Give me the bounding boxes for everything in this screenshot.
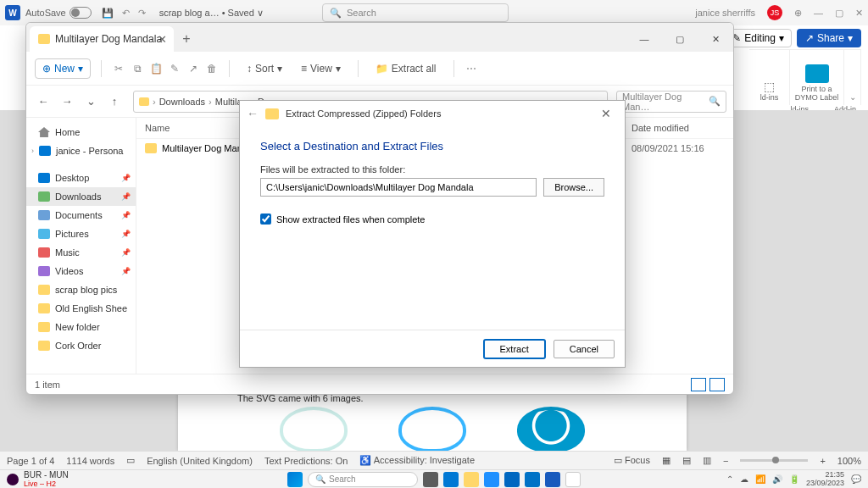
editing-button[interactable]: ✎Editing▾ xyxy=(725,29,792,47)
onedrive-icon[interactable]: ☁ xyxy=(740,474,748,484)
mandala-image-1[interactable] xyxy=(280,407,348,452)
maximize-button[interactable]: ▢ xyxy=(662,26,698,52)
new-button[interactable]: ⊕New▾ xyxy=(35,58,91,79)
document-name[interactable]: scrap blog a… • Saved ∨ xyxy=(159,8,264,19)
maximize-icon[interactable]: ▢ xyxy=(835,8,843,19)
browse-button[interactable]: Browse... xyxy=(543,178,604,197)
addin-group[interactable]: ⬚ld-ins xyxy=(749,50,790,105)
extract-button[interactable]: Extract xyxy=(484,340,545,358)
sidebar-documents[interactable]: Documents📌 xyxy=(26,206,136,225)
start-button[interactable] xyxy=(287,472,303,487)
tray-chevron-icon[interactable]: ⌃ xyxy=(726,474,733,484)
taskbar-search[interactable]: 🔍Search xyxy=(308,472,418,487)
explorer-icon[interactable] xyxy=(464,472,479,487)
chat-icon[interactable] xyxy=(443,472,459,487)
explorer-tab[interactable]: Multilayer Dog Mandala ✕ xyxy=(30,26,174,52)
view-web-icon[interactable]: ▥ xyxy=(703,455,711,466)
accessibility[interactable]: ♿ Accessibility: Investigate xyxy=(359,455,475,466)
battery-icon[interactable]: 🔋 xyxy=(789,474,799,484)
col-modified[interactable]: Date modified xyxy=(632,123,725,133)
share-button[interactable]: ↗Share▾ xyxy=(797,29,861,47)
mandala-image-3[interactable] xyxy=(517,407,585,452)
zoom-in-icon[interactable]: + xyxy=(820,456,825,466)
word-search[interactable]: 🔍 Search xyxy=(322,3,509,22)
cancel-button[interactable]: Cancel xyxy=(554,340,615,358)
save-icon[interactable]: 💾 xyxy=(102,8,114,19)
show-files-checkbox[interactable]: Show extracted files when complete xyxy=(260,214,604,225)
present-icon[interactable]: ⊕ xyxy=(794,8,802,19)
snipping-icon[interactable] xyxy=(565,472,581,487)
sidebar-folder[interactable]: Old English Shee xyxy=(26,299,136,318)
sidebar-folder[interactable]: Cork Order xyxy=(26,336,136,355)
more-icon[interactable]: ⋯ xyxy=(465,62,478,75)
breadcrumb-downloads[interactable]: Downloads xyxy=(159,97,205,107)
sidebar-music[interactable]: Music📌 xyxy=(26,243,136,262)
sidebar-downloads[interactable]: Downloads📌 xyxy=(26,187,136,206)
checkbox[interactable] xyxy=(260,214,271,225)
view-button[interactable]: ≡View▾ xyxy=(294,59,348,78)
word-icon[interactable] xyxy=(545,472,560,487)
store-icon[interactable] xyxy=(504,472,520,487)
pin-icon: 📌 xyxy=(121,192,131,201)
destination-path-input[interactable] xyxy=(260,178,537,197)
cut-icon[interactable]: ✂ xyxy=(112,62,125,75)
sidebar-pictures[interactable]: Pictures📌 xyxy=(26,225,136,243)
sidebar-videos[interactable]: Videos📌 xyxy=(26,262,136,280)
mandala-image-2[interactable] xyxy=(398,407,466,452)
view-read-icon[interactable]: ▦ xyxy=(662,455,670,466)
autosave-toggle[interactable] xyxy=(70,7,92,19)
close-icon[interactable]: ✕ xyxy=(594,103,618,124)
text-predictions[interactable]: Text Predictions: On xyxy=(264,456,348,466)
delete-icon[interactable]: 🗑 xyxy=(205,62,219,75)
close-button[interactable]: ✕ xyxy=(698,26,733,52)
wifi-icon[interactable]: 📶 xyxy=(755,474,765,484)
page-count[interactable]: Page 1 of 4 xyxy=(7,456,54,466)
icons-view-icon[interactable] xyxy=(709,378,725,391)
sidebar-folder[interactable]: New folder xyxy=(26,318,136,336)
extract-all-button[interactable]: 📁Extract all xyxy=(369,59,443,78)
chevron-down-icon: ▾ xyxy=(336,63,341,75)
dymo-addin[interactable]: Print to aDYMO Label xyxy=(790,50,844,105)
close-icon[interactable]: ✕ xyxy=(855,8,863,19)
back-button[interactable]: ← xyxy=(33,92,53,112)
notifications-icon[interactable]: 💬 xyxy=(851,474,861,484)
paste-icon[interactable]: 📋 xyxy=(149,62,163,75)
edge-icon[interactable] xyxy=(484,472,499,487)
zoom-out-icon[interactable]: − xyxy=(723,456,728,466)
sort-button[interactable]: ↕Sort▾ xyxy=(240,59,289,78)
sidebar-onedrive[interactable]: ›janice - Persona xyxy=(26,141,136,160)
avatar[interactable]: JS xyxy=(767,5,782,20)
forward-button[interactable]: → xyxy=(57,92,77,112)
redo-icon[interactable]: ↷ xyxy=(138,8,146,19)
zoom-slider[interactable] xyxy=(740,459,808,462)
minimize-icon[interactable]: — xyxy=(814,8,823,18)
taskview-icon[interactable] xyxy=(423,472,438,487)
copy-icon[interactable]: ⧉ xyxy=(131,62,144,75)
sidebar-folder[interactable]: scrap blog pics xyxy=(26,280,136,299)
clock[interactable]: 21:35 23/09/2023 xyxy=(806,471,844,488)
ribbon-collapse[interactable]: ⌄ xyxy=(844,50,861,105)
chevron-down-icon[interactable]: ⌄ xyxy=(81,92,101,112)
undo-icon[interactable]: ↶ xyxy=(122,8,130,19)
sidebar-home[interactable]: Home xyxy=(26,123,136,141)
focus-button[interactable]: ▭ Focus xyxy=(614,455,650,466)
details-view-icon[interactable] xyxy=(691,378,706,391)
user-name[interactable]: janice sherriffs xyxy=(695,8,755,18)
word-count[interactable]: 1114 words xyxy=(66,456,114,466)
zoom-level[interactable]: 100% xyxy=(837,456,861,466)
view-print-icon[interactable]: ▤ xyxy=(682,455,691,466)
volume-icon[interactable]: 🔊 xyxy=(772,474,782,484)
sidebar-desktop[interactable]: Desktop📌 xyxy=(26,169,136,187)
outlook-icon[interactable] xyxy=(525,472,540,487)
explorer-search[interactable]: Multilayer Dog Man… 🔍 xyxy=(616,91,726,113)
rename-icon[interactable]: ✎ xyxy=(168,62,181,75)
share-icon[interactable]: ↗ xyxy=(186,62,200,75)
minimize-button[interactable]: — xyxy=(626,26,662,52)
taskbar-widget[interactable]: BUR - MUN Live – H2 xyxy=(0,470,69,488)
tab-close-icon[interactable]: ✕ xyxy=(158,33,167,46)
language[interactable]: English (United Kingdom) xyxy=(147,456,253,466)
up-button[interactable]: ↑ xyxy=(104,92,125,112)
back-icon[interactable]: ← xyxy=(247,107,259,120)
spellcheck-icon[interactable]: ▭ xyxy=(126,455,135,466)
new-tab-button[interactable]: + xyxy=(174,26,199,52)
